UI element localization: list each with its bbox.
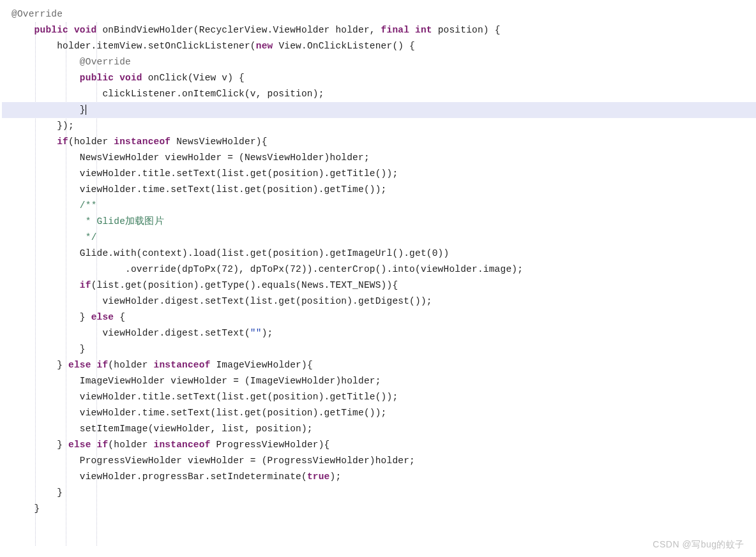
code-line: .override(dpToPx(72), dpToPx(72)).center…	[2, 262, 756, 278]
code-line: viewHolder.time.setText(list.get(positio…	[2, 405, 756, 421]
watermark: CSDN @写bug的蚊子	[653, 539, 745, 551]
code-line: }	[2, 341, 756, 357]
code-line: if(list.get(position).getType().equals(N…	[2, 278, 756, 293]
code-line: ProgressViewHolder viewHolder = (Progres…	[2, 453, 756, 469]
code-line: viewHolder.title.setText(list.get(positi…	[2, 166, 756, 182]
code-line: @Override	[2, 54, 756, 70]
code-line: }	[2, 501, 756, 517]
code-line: } else if(holder instanceof ProgressView…	[2, 437, 756, 453]
code-line: setItemImage(viewHolder, list, position)…	[2, 421, 756, 437]
code-line: } else {	[2, 309, 756, 325]
code-line: */	[2, 230, 756, 246]
code-line: holder.itemView.setOnClickListener(new V…	[2, 38, 756, 54]
code-line: public void onClick(View v) {	[2, 70, 756, 86]
code-editor[interactable]: @Override public void onBindViewHolder(R…	[0, 0, 756, 517]
code-line: ImageViewHolder viewHolder = (ImageViewH…	[2, 373, 756, 389]
code-line: viewHolder.digest.setText("");	[2, 325, 756, 341]
code-lines: @Override public void onBindViewHolder(R…	[2, 6, 756, 517]
code-line: @Override	[2, 6, 756, 22]
code-line: }	[2, 485, 756, 501]
code-line: * Glide加载图片	[2, 214, 756, 230]
code-line: clickListener.onItemClick(v, position);	[2, 86, 756, 102]
code-line: Glide.with(context).load(list.get(positi…	[2, 246, 756, 262]
code-line: }	[2, 102, 756, 118]
code-line: if(holder instanceof NewsViewHolder){	[2, 134, 756, 150]
code-line: viewHolder.time.setText(list.get(positio…	[2, 182, 756, 198]
code-line: NewsViewHolder viewHolder = (NewsViewHol…	[2, 150, 756, 166]
code-line: viewHolder.title.setText(list.get(positi…	[2, 389, 756, 405]
code-line: /**	[2, 198, 756, 214]
code-line: viewHolder.progressBar.setIndeterminate(…	[2, 469, 756, 485]
code-line: });	[2, 118, 756, 134]
code-line: viewHolder.digest.setText(list.get(posit…	[2, 293, 756, 309]
code-line: } else if(holder instanceof ImageViewHol…	[2, 357, 756, 373]
code-line: public void onBindViewHolder(RecyclerVie…	[2, 22, 756, 38]
